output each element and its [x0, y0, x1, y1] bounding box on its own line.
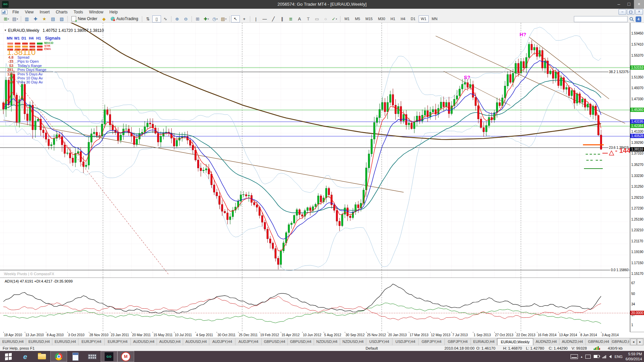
tab-audnzd-h4[interactable]: AUDNZD,H4 [533, 338, 559, 345]
bars-chart-button[interactable]: ⇅ [144, 15, 152, 22]
chart-minimize-button[interactable]: – [619, 9, 626, 15]
tab-gbpusd-h4[interactable]: GBPUSD,H4 [288, 338, 314, 345]
tab-audnzd-h4[interactable]: AUDNZD,H4 [559, 338, 586, 345]
community-notifications-icon[interactable]: 4 [636, 16, 641, 22]
taskbar-keyboard-app[interactable] [84, 351, 101, 362]
taskbar-go-trader[interactable]: GO [101, 351, 117, 362]
trendline-button[interactable]: ╱ [269, 15, 278, 22]
pane-separator[interactable] [0, 278, 630, 278]
adx-indicator-canvas[interactable] [0, 278, 630, 332]
tab-eurusd-h4[interactable]: EURUSD,H4 [26, 338, 52, 345]
network-signal-icon[interactable] [602, 355, 606, 358]
timeframe-m30[interactable]: M30 [376, 15, 387, 22]
timeframe-m15[interactable]: M15 [363, 15, 375, 22]
menu-charts[interactable]: Charts [53, 9, 70, 15]
tab-usdjpy-h4[interactable]: USDJPY,H4 [366, 338, 392, 345]
zoom-in-button[interactable]: ⊕ [173, 15, 181, 22]
taskbar-markets-app[interactable]: M [117, 351, 134, 362]
timeframe-h1[interactable]: H1 [388, 15, 397, 22]
tab-euraud-weekly-active[interactable]: EURAUD,Weekly [497, 338, 533, 346]
strategy-tester-button[interactable]: ▧ [57, 15, 66, 22]
speaker-icon[interactable] [609, 355, 611, 358]
tab-gbpjpy-h4[interactable]: GBPJPY,H4 [419, 338, 445, 345]
metaeditor-button[interactable]: ◆ [100, 15, 108, 22]
tab-nzdusd-h4[interactable]: NZDUSD,H4 [340, 338, 366, 345]
date-axis[interactable]: 18 Apr 201013 Jun 20108 Aug 20103 Oct 20… [0, 332, 630, 338]
vertical-line-button[interactable]: | [252, 15, 260, 22]
templates-button[interactable]: ▤▾ [219, 15, 228, 22]
menu-view[interactable]: View [22, 9, 37, 15]
taskbar-explorer[interactable] [34, 351, 50, 362]
taskbar-ie[interactable]: e [17, 351, 34, 362]
tab-gbpusd-h4[interactable]: GBPUSD,H4 [262, 338, 288, 345]
timeframe-m5[interactable]: M5 [353, 15, 362, 22]
chart-close-button[interactable]: × [635, 9, 643, 15]
periods-button[interactable]: ◷▾ [211, 15, 219, 22]
tab-gbpaud-h4[interactable]: GBPAUD,H4 [612, 338, 630, 345]
touch-keyboard-icon[interactable] [571, 354, 578, 359]
tab-audusd-h4[interactable]: AUDUSD,H4 [131, 338, 157, 345]
indicators-button[interactable]: ✚▾ [202, 15, 211, 22]
battery-icon[interactable] [594, 355, 599, 358]
timeframe-m1[interactable]: M1 [342, 15, 352, 22]
search-icon[interactable] [629, 17, 634, 21]
tab-eurusd-h4[interactable]: EURUSD,H4 [52, 338, 78, 345]
tab-audusd-h4[interactable]: AUDUSD,H4 [157, 338, 183, 345]
menu-help[interactable]: Help [106, 9, 121, 15]
chart-restore-button[interactable] [627, 9, 635, 15]
menu-insert[interactable]: Insert [37, 9, 53, 15]
profiles-button[interactable]: ▤▾ [11, 15, 19, 22]
timeframe-h4[interactable]: H4 [398, 15, 408, 22]
text-button[interactable]: A [295, 15, 304, 22]
tile-windows-button[interactable]: ⊞ [193, 15, 202, 22]
tab-eurjpy-h4[interactable]: EURJPY,H4 [105, 338, 131, 345]
tab-audusd-h4[interactable]: AUDUSD,H4 [183, 338, 209, 345]
status-profile[interactable]: Default [366, 346, 378, 350]
navigator-button[interactable]: ★ [40, 15, 49, 22]
tab-nzdusd-h4[interactable]: NZDUSD,H4 [314, 338, 340, 345]
new-order-button[interactable]: + New Order [69, 15, 100, 22]
autotrading-button[interactable]: AutoTrading [108, 15, 141, 22]
terminal-button[interactable]: ▤ [49, 15, 57, 22]
tab-usdjpy-h4[interactable]: USDJPY,H4 [392, 338, 419, 345]
tabs-scroll-right-button[interactable]: ▸ [637, 339, 643, 345]
channel-button[interactable]: ∥ [278, 15, 286, 22]
taskbar-chrome[interactable] [50, 351, 67, 362]
data-window-button[interactable]: ✚ [31, 15, 40, 22]
candles-chart-button[interactable]: ▯ [152, 15, 161, 22]
fibonacci-button[interactable]: ≣ [286, 15, 295, 22]
timeframe-mn[interactable]: MN [429, 15, 440, 22]
window-close-button[interactable]: × [634, 0, 644, 9]
tab-gbpjpy-h4[interactable]: GBPJPY,H4 [445, 338, 471, 345]
arrows-button[interactable]: ✓▾ [330, 15, 339, 22]
horizontal-line-button[interactable]: — [260, 15, 269, 22]
tray-expand-icon[interactable]: ▴ [581, 355, 583, 358]
window-minimize-button[interactable]: – [614, 0, 624, 9]
market-watch-button[interactable]: ▥ [22, 15, 31, 22]
ellipse-button[interactable]: ○ [321, 15, 330, 22]
timeframe-w1[interactable]: W1 [419, 15, 429, 22]
start-button[interactable] [0, 351, 17, 362]
tab-eurjpy-h4[interactable]: EURJPY,H4 [78, 338, 105, 345]
main-chart-canvas[interactable] [0, 23, 630, 278]
taskbar-calculator[interactable] [67, 351, 84, 362]
window-maximize-button[interactable]: □ [624, 0, 634, 9]
tab-audjpy-h4[interactable]: AUDJPY,H4 [209, 338, 235, 345]
action-center-icon[interactable] [585, 355, 591, 359]
toolbar-search-input[interactable] [574, 16, 628, 22]
tab-audjpy-h4[interactable]: AUDJPY,H4 [235, 338, 262, 345]
rectangle-button[interactable]: ▭ [313, 15, 321, 22]
new-chart-button[interactable]: ⊞▾ [2, 15, 11, 22]
price-axis[interactable]: 1.594501.574101.553701.513501.493701.473… [630, 23, 644, 332]
taskbar-clock[interactable]: 5:59 PM 6/09/2014 [626, 352, 642, 361]
menu-tools[interactable]: Tools [71, 9, 86, 15]
tab-eurusd-h4[interactable]: EURUSD,H4 [0, 338, 26, 345]
line-chart-button[interactable]: ∿ [161, 15, 170, 22]
language-indicator[interactable]: ENG [614, 355, 623, 359]
timeframe-d1[interactable]: D1 [408, 15, 418, 22]
menu-file[interactable]: File [9, 9, 22, 15]
menu-window[interactable]: Window [86, 9, 107, 15]
tabs-scroll-left-button[interactable]: ◂ [630, 339, 637, 345]
cursor-button[interactable]: ↖ [231, 15, 240, 22]
tab-gbpaud-h4[interactable]: GBPAUD,H4 [586, 338, 612, 345]
